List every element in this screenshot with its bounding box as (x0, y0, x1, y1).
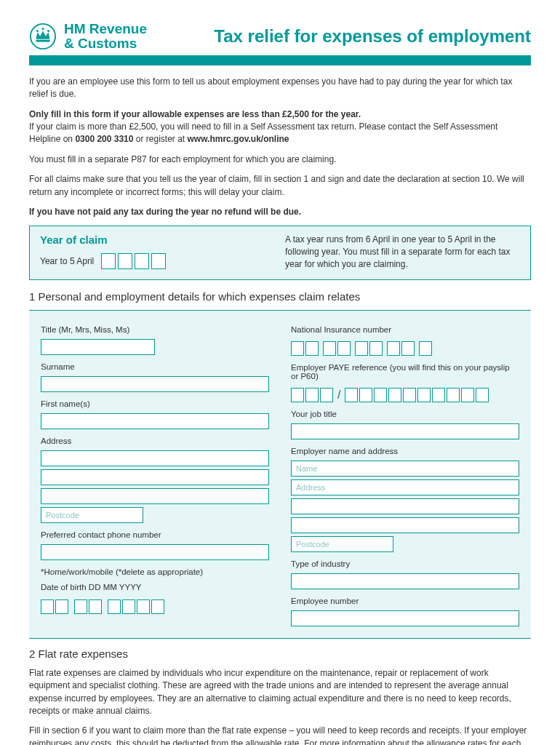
svg-point-2 (41, 28, 44, 30)
slash-separator: / (337, 389, 340, 402)
svg-point-3 (47, 30, 49, 32)
address-input-3[interactable] (41, 488, 269, 504)
intro-p4: For all claims make sure that you tell u… (29, 173, 531, 199)
intro-p5: If you have not paid any tax during the … (29, 206, 531, 218)
dob-label: Date of birth DD MM YYYY (41, 583, 269, 591)
intro-p3: You must fill in a separate P87 for each… (29, 154, 531, 166)
phone-note: *Home/work/mobile (*delete as appropriat… (41, 567, 269, 576)
year-explanation: A tax year runs from 6 April in one year… (285, 234, 520, 270)
phone-input[interactable] (41, 544, 269, 560)
page-title: Tax relief for expenses of employment (214, 26, 531, 47)
jobtitle-label: Your job title (291, 410, 519, 418)
title-label: Title (Mr, Mrs, Miss, Ms) (41, 325, 269, 334)
intro-text: If you are an employee use this form to … (29, 76, 531, 219)
empno-label: Employee number (291, 597, 519, 605)
svg-rect-4 (36, 40, 50, 42)
header: HM Revenue & Customs Tax relief for expe… (29, 22, 531, 51)
org-name-line1: HM Revenue (64, 22, 147, 36)
nino-label: National Insurance number (291, 325, 519, 334)
empno-input[interactable] (291, 610, 519, 626)
year-of-claim-heading: Year of claim (40, 234, 256, 246)
intro-p1: If you are an employee use this form to … (29, 76, 531, 101)
firstnames-input[interactable] (41, 413, 269, 429)
section-1-left-column: Title (Mr, Mrs, Miss, Ms) Surname First … (41, 321, 269, 626)
crown-icon (29, 23, 57, 50)
employer-name-input[interactable]: Name (291, 461, 519, 477)
paye-input[interactable]: / (291, 388, 519, 402)
address-input-2[interactable] (41, 469, 269, 485)
year-to-label: Year to 5 April (40, 256, 94, 266)
firstnames-label: First name(s) (41, 399, 269, 408)
industry-label: Type of industry (291, 559, 519, 568)
hmrc-logo: HM Revenue & Customs (29, 22, 147, 51)
address-input-1[interactable] (41, 450, 269, 466)
paye-label: Employer PAYE reference (you will find t… (291, 363, 519, 381)
phone-label: Preferred contact phone number (41, 530, 269, 539)
org-name-line2: & Customs (64, 36, 147, 51)
section-1-heading: 1 Personal and employment details for wh… (29, 290, 531, 303)
industry-input[interactable] (291, 573, 519, 589)
section-1-panel: Title (Mr, Mrs, Miss, Ms) Surname First … (29, 310, 531, 639)
employer-postcode-input[interactable]: Postcode (291, 536, 393, 552)
section-2-text: Flat rate expenses are claimed by indivi… (29, 667, 531, 745)
section-1-right-column: National Insurance number Employer PAYE … (291, 321, 519, 626)
dob-input[interactable] (41, 599, 269, 614)
employer-address-input-1[interactable]: Address (291, 479, 519, 495)
title-input[interactable] (41, 339, 155, 355)
jobtitle-input[interactable] (291, 423, 519, 439)
section-2-p2: Fill in section 6 if you want to claim m… (29, 725, 531, 745)
postcode-input[interactable]: Postcode (41, 507, 143, 523)
header-divider-bar (29, 55, 531, 65)
year-input-boxes[interactable] (101, 253, 166, 269)
employer-address-input-3[interactable] (291, 517, 519, 533)
year-of-claim-box: Year of claim Year to 5 April A tax year… (29, 226, 531, 279)
section-2-heading: 2 Flat rate expenses (29, 648, 531, 660)
address-label: Address (41, 437, 269, 445)
employer-label: Employer name and address (291, 447, 519, 455)
intro-p2: Only fill in this form if your allowable… (29, 108, 531, 146)
svg-point-1 (36, 30, 39, 32)
surname-label: Surname (41, 362, 269, 371)
nino-input[interactable] (291, 341, 519, 356)
section-2-p1: Flat rate expenses are claimed by indivi… (29, 667, 531, 718)
employer-address-input-2[interactable] (291, 498, 519, 514)
surname-input[interactable] (41, 376, 269, 392)
